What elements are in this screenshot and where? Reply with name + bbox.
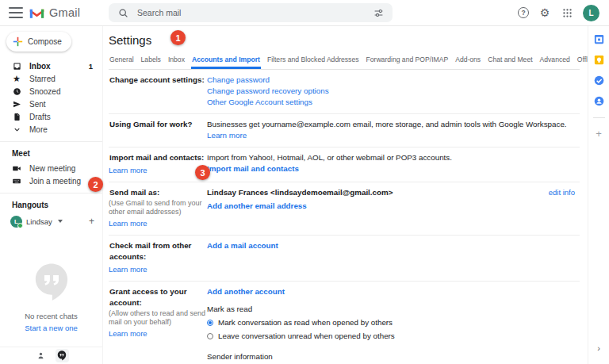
sidebar-item-label: Inbox (29, 62, 51, 71)
chevron-down-icon (12, 125, 21, 134)
sidebar-item-more[interactable]: More (0, 123, 102, 136)
sidebar-item-inbox[interactable]: Inbox 1 (0, 59, 102, 72)
tab-offline[interactable]: Offline (576, 52, 588, 69)
hangouts-user-name: Lindsay (26, 217, 52, 226)
add-another-email-link[interactable]: Add another email address (207, 201, 549, 212)
add-hangout-plus-icon[interactable]: + (89, 216, 94, 227)
send-icon (12, 99, 21, 109)
search-options-tune-icon[interactable] (372, 6, 385, 19)
sidebar-item-label: Drafts (29, 113, 51, 121)
user-avatar: L (10, 216, 22, 228)
sidebar-item-join-meeting[interactable]: Join a meeting (0, 174, 102, 187)
settings-main: Settings General Labels Inbox Accounts a… (103, 26, 588, 364)
change-password-recovery-link[interactable]: Change password recovery options (207, 86, 329, 95)
profile-avatar[interactable]: L (583, 5, 599, 21)
sidebar-item-snoozed[interactable]: Snoozed (0, 85, 102, 98)
gmail-m-icon (29, 7, 44, 19)
app-name: Gmail (49, 6, 80, 19)
hamburger-menu-icon[interactable] (9, 7, 23, 18)
add-another-account-link[interactable]: Add another account (207, 286, 580, 297)
draft-icon (12, 112, 21, 121)
tasks-icon[interactable] (593, 75, 605, 86)
sidebar-item-label: Starred (29, 75, 56, 83)
row-grant-access: Grant access to your account: (Allow oth… (109, 282, 580, 364)
sidebar-item-new-meeting[interactable]: New meeting (0, 162, 102, 174)
other-google-account-settings-link[interactable]: Other Google Account settings (207, 98, 312, 106)
grant-learn-more-link[interactable]: Learn more (109, 328, 207, 339)
send-as-account: Lindsay Frances <lindsaydemoemail@gmail.… (207, 187, 549, 198)
start-new-chat-link[interactable]: Start a new one (25, 324, 78, 332)
search-bar[interactable] (109, 3, 393, 22)
mark-as-read-heading: Mark as read (207, 304, 580, 315)
side-panel-rail: + › (588, 26, 609, 364)
import-mail-and-contacts-link[interactable]: Import mail and contacts (207, 163, 580, 174)
radio-unselected-icon[interactable] (207, 333, 213, 339)
gmail-logo[interactable]: Gmail (29, 6, 102, 19)
tab-general[interactable]: General (109, 52, 135, 69)
top-bar: Gmail L (0, 0, 609, 26)
hangouts-empty-state: No recent chats Start a new one (0, 262, 102, 332)
step-badge-1: 1 (170, 30, 186, 45)
sidebar-item-label: Join a meeting (29, 177, 81, 186)
hangouts-tab-icon[interactable] (56, 349, 69, 362)
tab-inbox[interactable]: Inbox (167, 52, 186, 69)
row-using-gmail-for-work: Using Gmail for work? Businesses get you… (109, 114, 580, 148)
sidebar-item-sent[interactable]: Sent (0, 98, 102, 110)
contacts-icon[interactable] (593, 95, 605, 107)
radio-option-mark-read[interactable]: Mark conversation as read when opened by… (207, 317, 580, 328)
keyboard-icon (12, 176, 21, 186)
add-a-mail-account-link[interactable]: Add a mail account (207, 240, 580, 251)
contacts-person-icon[interactable] (34, 349, 48, 362)
clock-icon (12, 86, 21, 96)
check-mail-learn-more-link[interactable]: Learn more (109, 264, 207, 275)
gmail-settings-page: Gmail L (0, 0, 609, 364)
help-icon[interactable] (518, 7, 529, 18)
keep-icon[interactable] (593, 54, 605, 66)
inbox-unread-count: 1 (89, 62, 93, 71)
sidebar-item-label: Snoozed (29, 87, 60, 96)
compose-button[interactable]: Compose (6, 32, 71, 52)
tab-advanced[interactable]: Advanced (539, 52, 571, 69)
row-label: Send mail as: (109, 187, 207, 198)
row-label: Change account settings: (109, 75, 207, 108)
gear-icon[interactable] (538, 6, 551, 19)
import-learn-more-link[interactable]: Learn more (109, 165, 207, 176)
sidebar-bottom-tabs (0, 347, 102, 364)
row-label: Check mail from other accounts: (109, 240, 207, 262)
row-check-mail-other-accounts: Check mail from other accounts: Learn mo… (109, 236, 580, 282)
sidebar-item-label: More (29, 125, 48, 134)
top-bar-actions: L (518, 5, 609, 21)
edit-info-link[interactable]: edit info (549, 187, 580, 229)
tab-filters-and-blocked-addresses[interactable]: Filters and Blocked Addresses (266, 52, 360, 69)
tab-add-ons[interactable]: Add-ons (454, 52, 481, 69)
search-input[interactable] (136, 7, 366, 18)
step-badge-3: 3 (195, 165, 210, 180)
tab-chat-and-meet[interactable]: Chat and Meet (487, 52, 533, 69)
tab-forwarding-and-pop-imap[interactable]: Forwarding and POP/IMAP (366, 52, 450, 69)
row-label: Using Gmail for work? (109, 119, 207, 141)
radio-option-leave-unread[interactable]: Leave conversation unread when opened by… (207, 331, 580, 342)
radio-label: Mark conversation as read when opened by… (218, 317, 393, 328)
row-label: Grant access to your account: (109, 286, 207, 308)
row-sublabel: (Use Gmail to send from your other email… (109, 199, 207, 216)
sidebar-item-starred[interactable]: ★ Starred (0, 72, 102, 85)
caret-down-icon (58, 220, 63, 223)
send-as-learn-more-link[interactable]: Learn more (109, 218, 207, 229)
sidebar-item-drafts[interactable]: Drafts (0, 110, 102, 123)
row-change-account-settings: Change account settings: Change password… (109, 70, 580, 114)
get-add-ons-plus-icon[interactable]: + (596, 128, 602, 139)
presence-dot (17, 223, 23, 228)
search-icon[interactable] (117, 6, 129, 19)
tab-labels[interactable]: Labels (140, 52, 162, 69)
tab-accounts-and-import[interactable]: Accounts and Import (191, 52, 261, 69)
collapse-panel-chevron-icon[interactable]: › (597, 343, 600, 353)
work-learn-more-link[interactable]: Learn more (207, 131, 247, 140)
row-sublabel: (Allow others to read and send mail on y… (109, 309, 207, 327)
video-camera-icon (12, 163, 21, 173)
calendar-icon[interactable] (593, 33, 605, 45)
radio-selected-icon[interactable] (207, 320, 213, 326)
apps-grid-icon[interactable] (561, 6, 573, 19)
hangouts-user-row[interactable]: L Lindsay + (0, 213, 102, 229)
compose-label: Compose (28, 37, 62, 46)
change-password-link[interactable]: Change password (207, 75, 270, 84)
